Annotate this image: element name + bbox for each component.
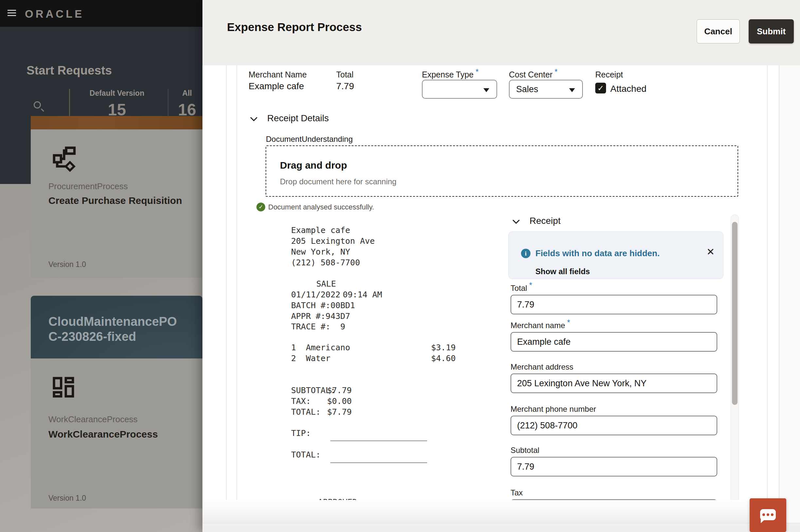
receipt-scan-line-value: 09:14 AM [343,290,382,299]
page-title-start-requests: Start Requests [26,64,112,77]
dropzone-title: Drag and drop [280,160,347,171]
field-input[interactable] [511,416,717,435]
cost-center-value: Sales [516,84,538,94]
required-asterisk: * [476,67,478,76]
receipt-attached-checkbox[interactable]: ✓ [595,83,606,93]
receipt-field: Merchant phone number* [511,404,717,414]
document-understanding-label: DocumentUnderstanding [266,135,353,144]
receipt-scan-line: TOTAL: [291,450,321,459]
scan-status-message: Document analysed successfully. [268,203,374,211]
divider-line [767,65,768,523]
expense-type-select[interactable] [422,80,497,99]
show-all-fields-link[interactable]: Show all fields [535,267,590,276]
receipt-scan-line: APPR #:943D7 [291,311,350,321]
receipt-details-section-toggle[interactable]: Receipt Details [250,113,329,124]
divider-line [236,65,237,523]
receipt-details-title: Receipt Details [267,113,329,124]
filter-default-version[interactable]: Default Version 15 [78,89,156,119]
field-input[interactable] [511,332,717,352]
cost-center-label: Cost Center* [509,70,558,79]
start-requests-sidebar: ORACLE Start Requests Default Version 15… [0,0,202,532]
layout-grid-icon [53,377,74,399]
field-label: Merchant phone number* [511,404,717,414]
bottom-fade [202,500,767,523]
chevron-down-icon [512,216,520,226]
all-label: All [172,89,202,98]
oracle-logo: ORACLE [25,8,84,20]
app-page: ORACLE Start Requests Default Version 15… [0,0,800,532]
expense-report-drawer: Expense Report Process Cancel Submit Mer… [202,0,800,532]
receipt-scan-line: TAX: [291,396,311,406]
required-asterisk: * [567,318,570,327]
field-label: Tax* [511,488,717,497]
merchant-name-label: Merchant Name [249,70,307,79]
card-version: Version 1.0 [49,260,86,269]
receipt-section-toggle[interactable]: Receipt [512,216,561,226]
field-label: Merchant address* [511,362,717,372]
filter-all[interactable]: All 16 [172,89,202,119]
receipt-field: Subtotal* [511,446,717,455]
info-banner: i Fields with no data are hidden. ✕ Show… [508,231,724,279]
receipt-scan-line: 2 Water [291,354,330,363]
receipt-scan-line: TOTAL: [291,407,321,417]
dropzone-subtitle: Drop document here for scanning [280,177,396,186]
receipt-scan-line: 1 Americano [291,343,350,352]
field-input[interactable] [511,457,717,476]
field-label: Total* [511,284,717,293]
total-value: 7.79 [336,81,354,92]
drawer-header: Expense Report Process Cancel Submit [202,0,800,65]
close-icon[interactable]: ✕ [707,246,715,258]
receipt-scan-line: (212) 508-7700 [291,258,360,267]
merchant-name-value: Example cafe [249,81,304,92]
tip-underline [330,440,427,441]
top-navbar: ORACLE [0,0,202,27]
card-process-name: WorkClearanceProcess [49,414,138,424]
field-label: Subtotal* [511,446,717,455]
search-icon[interactable] [34,101,41,109]
receipt-scan-line: New York, NY [291,247,350,256]
submit-button[interactable]: Submit [749,19,794,43]
total-label: Total [336,70,353,79]
panel-scrollbar-track[interactable] [731,214,739,521]
chevron-down-icon [484,88,489,92]
required-asterisk: * [529,281,532,289]
field-input[interactable] [511,295,717,315]
receipt-scan-line: 205 Lexington Ave [291,236,375,246]
drawer-body: Merchant Name Example cafe Total 7.79 Ex… [202,65,800,523]
receipt-scan-line-value: $3.19 [431,343,456,352]
cost-center-select[interactable]: Sales [509,80,583,99]
receipt-scan-line: TRACE #: 9 [291,322,345,331]
scroll-gutter [779,65,800,523]
cancel-button[interactable]: Cancel [697,19,740,43]
panel-scrollbar-thumb[interactable] [732,222,738,405]
scan-status: ✓ Document analysed successfully. [256,203,374,211]
receipt-scan-line: 01/11/2022 [291,290,341,299]
process-card-work-clearance[interactable]: CloudMaintenancePO C-230826-fixed WorkCl… [31,296,202,509]
receipt-scan-line-value: $0.00 [327,396,351,406]
chat-button[interactable] [750,498,786,532]
receipt-field: Total* [511,284,717,293]
card-title: WorkClearanceProcess [49,429,158,440]
receipt-section-title: Receipt [529,216,561,226]
receipt-scan-line: Example cafe [291,226,350,235]
info-icon: i [521,249,530,258]
chevron-down-icon [569,88,575,92]
drawer-footer [202,523,800,532]
card-banner-title: CloudMaintenancePO C-230826-fixed [49,314,177,344]
process-card-create-purchase-requisition[interactable]: ProcurementProcess Create Purchase Requi… [31,116,202,278]
check-icon: ✓ [597,84,604,93]
field-input[interactable] [511,374,717,393]
divider-line [779,65,779,523]
divider-line [226,65,227,523]
chat-bubble-icon [760,509,776,520]
info-message: Fields with no data are hidden. [535,248,660,259]
drag-drop-zone[interactable]: Drag and drop Drop document here for sca… [266,146,738,197]
receipt-scan-line: TIP: [291,429,311,438]
receipt-field: Merchant address* [511,362,717,372]
card-banner [31,116,202,129]
page-title: Expense Report Process [227,21,362,34]
field-label: Merchant name* [511,321,717,330]
receipt-field: Tax* [511,488,717,497]
receipt-scan-line-value: $4.60 [431,354,456,363]
menu-icon[interactable] [7,10,16,17]
